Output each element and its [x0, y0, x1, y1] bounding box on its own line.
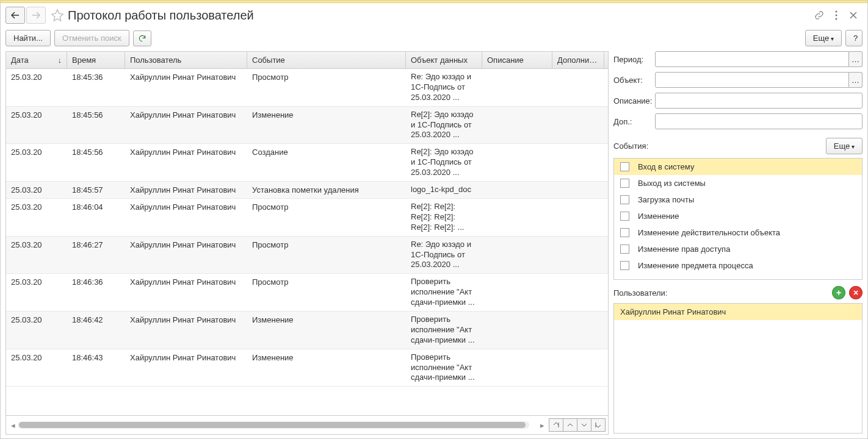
- nav-back-button[interactable]: [5, 7, 25, 24]
- cell-extra: [552, 144, 604, 181]
- checkbox-icon[interactable]: [620, 228, 629, 237]
- goto-down-button[interactable]: [577, 418, 591, 432]
- cell-event: Изменение: [247, 349, 406, 387]
- cell-user: Хайруллин Ринат Ринатович: [125, 349, 247, 387]
- cell-extra: [552, 349, 604, 387]
- favorite-star-icon[interactable]: [51, 9, 64, 22]
- hscroll-right-icon[interactable]: ▸: [535, 421, 549, 430]
- cell-extra: [552, 182, 604, 198]
- event-item-label: Изменение: [638, 212, 679, 221]
- cell-description: [482, 237, 552, 274]
- goto-first-button[interactable]: [549, 418, 563, 432]
- users-section-label: Пользователи:: [613, 288, 667, 298]
- more-button[interactable]: Еще: [805, 30, 842, 46]
- cell-description: [482, 312, 552, 349]
- events-table: Дата Время Пользователь Событие Объект д…: [5, 51, 609, 435]
- find-button[interactable]: Найти...: [5, 30, 51, 46]
- cell-event: Просмотр: [247, 199, 406, 236]
- column-header-time[interactable]: Время: [67, 52, 125, 68]
- event-checklist-item[interactable]: Выход из системы: [614, 175, 862, 191]
- event-checklist-item[interactable]: Загрузка почты: [614, 191, 862, 208]
- description-input[interactable]: [655, 93, 863, 109]
- cell-description: [482, 349, 552, 387]
- cell-user: Хайруллин Ринат Ринатович: [125, 199, 247, 236]
- table-row[interactable]: 25.03.2018:45:56Хайруллин Ринат Ринатови…: [6, 107, 608, 145]
- svg-point-0: [836, 11, 837, 13]
- link-icon[interactable]: [814, 10, 825, 21]
- cell-event: Просмотр: [247, 274, 406, 311]
- column-header-event[interactable]: Событие: [247, 52, 406, 68]
- table-row[interactable]: 25.03.2018:46:43Хайруллин Ринат Ринатови…: [6, 349, 608, 387]
- column-header-extra[interactable]: Дополнител: [552, 52, 604, 68]
- table-row[interactable]: 25.03.2018:45:56Хайруллин Ринат Ринатови…: [6, 144, 608, 182]
- cell-user: Хайруллин Ринат Ринатович: [125, 144, 247, 181]
- column-header-user[interactable]: Пользователь: [125, 52, 247, 68]
- table-row[interactable]: 25.03.2018:46:36Хайруллин Ринат Ринатови…: [6, 274, 608, 312]
- event-checklist-item[interactable]: Вход в систему: [614, 159, 862, 175]
- svg-point-1: [836, 15, 837, 16]
- event-checklist-item[interactable]: Изменение предмета процесса: [614, 257, 862, 274]
- cell-time: 18:46:43: [67, 349, 125, 387]
- cancel-search-button[interactable]: Отменить поиск: [54, 30, 129, 46]
- checkbox-icon[interactable]: [620, 261, 629, 270]
- period-ellipsis-button[interactable]: …: [849, 51, 863, 67]
- cell-event: Изменение: [247, 312, 406, 349]
- add-user-button[interactable]: +: [832, 286, 845, 299]
- cell-time: 18:46:04: [67, 199, 125, 236]
- events-section-label: События:: [613, 141, 648, 151]
- cell-extra: [552, 69, 604, 106]
- close-icon[interactable]: [848, 10, 859, 21]
- table-row[interactable]: 25.03.2018:46:42Хайруллин Ринат Ринатови…: [6, 312, 608, 349]
- table-row[interactable]: 25.03.2018:45:57Хайруллин Ринат Ринатови…: [6, 182, 608, 199]
- goto-last-button[interactable]: [591, 418, 606, 432]
- table-row[interactable]: 25.03.2018:46:27Хайруллин Ринат Ринатови…: [6, 237, 608, 274]
- checkbox-icon[interactable]: [620, 212, 629, 221]
- cell-object: Re: Эдо юзэдо и 1С-Подпись от 25.03.2020…: [406, 69, 482, 106]
- checkbox-icon[interactable]: [620, 195, 629, 204]
- cell-time: 18:45:56: [67, 144, 125, 181]
- nav-forward-button[interactable]: [26, 7, 46, 24]
- cell-user: Хайруллин Ринат Ринатович: [125, 107, 247, 144]
- help-button[interactable]: ?: [845, 30, 863, 46]
- cell-user: Хайруллин Ринат Ринатович: [125, 312, 247, 349]
- hscroll-left-icon[interactable]: ◂: [9, 421, 18, 430]
- cell-date: 25.03.20: [6, 69, 67, 106]
- table-row[interactable]: 25.03.2018:46:04Хайруллин Ринат Ринатови…: [6, 199, 608, 237]
- event-checklist-item[interactable]: Изменение прав доступа: [614, 241, 862, 257]
- extra-input[interactable]: [655, 113, 863, 129]
- column-header-date[interactable]: Дата: [6, 52, 67, 68]
- object-input[interactable]: [655, 72, 849, 88]
- cell-description: [482, 107, 552, 144]
- extra-label: Доп.:: [613, 117, 655, 126]
- refresh-button[interactable]: [133, 30, 151, 46]
- event-checklist-item[interactable]: Изменение действительности объекта: [614, 224, 862, 241]
- cell-user: Хайруллин Ринат Ринатович: [125, 274, 247, 311]
- checkbox-icon[interactable]: [620, 244, 629, 254]
- column-header-description[interactable]: Описание: [482, 52, 552, 68]
- horizontal-scrollbar[interactable]: [18, 421, 529, 429]
- event-checklist-item[interactable]: Изменение: [614, 208, 862, 224]
- event-item-label: Изменение прав доступа: [638, 244, 730, 254]
- event-item-label: Изменение действительности объекта: [638, 228, 780, 237]
- column-header-object[interactable]: Объект данных: [406, 52, 482, 68]
- checkbox-icon[interactable]: [620, 162, 629, 171]
- remove-user-button[interactable]: ×: [849, 286, 863, 299]
- cell-object: Re[2]: Эдо юзэдо и 1С-Подпись от 25.03.2…: [406, 107, 482, 144]
- cell-object: logo_1c-kpd_doc: [406, 182, 482, 198]
- cell-description: [482, 274, 552, 311]
- event-item-label: Выход из системы: [638, 179, 706, 188]
- cell-date: 25.03.20: [6, 107, 67, 144]
- object-label: Объект:: [613, 76, 655, 85]
- kebab-menu-icon[interactable]: [831, 10, 842, 21]
- cell-extra: [552, 107, 604, 144]
- period-input[interactable]: [655, 51, 849, 67]
- cell-event: Создание: [247, 144, 406, 181]
- table-row[interactable]: 25.03.2018:45:36Хайруллин Ринат Ринатови…: [6, 69, 608, 107]
- user-list-item[interactable]: Хайруллин Ринат Ринатович: [614, 304, 862, 320]
- goto-up-button[interactable]: [563, 418, 577, 432]
- checkbox-icon[interactable]: [620, 179, 629, 188]
- description-label: Описание:: [613, 96, 655, 105]
- cell-date: 25.03.20: [6, 274, 67, 311]
- events-more-button[interactable]: Еще: [826, 138, 863, 154]
- object-ellipsis-button[interactable]: …: [849, 72, 863, 88]
